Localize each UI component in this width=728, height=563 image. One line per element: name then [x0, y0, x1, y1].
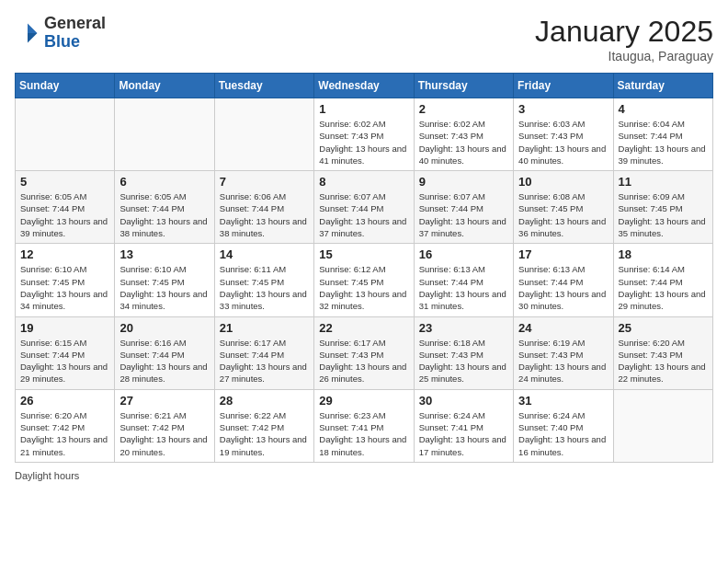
calendar-cell: 8Sunrise: 6:07 AMSunset: 7:44 PMDaylight… — [314, 171, 414, 244]
calendar-cell: 30Sunrise: 6:24 AMSunset: 7:41 PMDayligh… — [414, 389, 513, 462]
title-block: January 2025 Itaugua, Paraguay — [535, 15, 713, 63]
month-title: January 2025 — [535, 15, 713, 49]
svg-marker-1 — [28, 33, 38, 43]
calendar-cell: 31Sunrise: 6:24 AMSunset: 7:40 PMDayligh… — [514, 389, 613, 462]
day-number: 7 — [220, 175, 309, 189]
day-number: 2 — [419, 102, 508, 116]
day-info: Sunrise: 6:02 AMSunset: 7:43 PMDaylight:… — [319, 118, 408, 167]
day-info: Sunrise: 6:09 AMSunset: 7:45 PMDaylight:… — [619, 190, 708, 239]
day-number: 18 — [619, 247, 708, 261]
daylight-label: Daylight hours — [15, 470, 79, 481]
calendar-cell — [16, 98, 115, 171]
page-header: General Blue January 2025 Itaugua, Parag… — [15, 15, 713, 63]
calendar-cell: 21Sunrise: 6:17 AMSunset: 7:44 PMDayligh… — [214, 316, 313, 389]
day-number: 20 — [119, 321, 209, 335]
calendar-cell: 16Sunrise: 6:13 AMSunset: 7:44 PMDayligh… — [414, 244, 513, 316]
day-number: 15 — [319, 247, 408, 261]
calendar-cell: 12Sunrise: 6:10 AMSunset: 7:45 PMDayligh… — [16, 244, 115, 316]
calendar-cell: 18Sunrise: 6:14 AMSunset: 7:44 PMDayligh… — [613, 244, 712, 316]
calendar-cell: 26Sunrise: 6:20 AMSunset: 7:42 PMDayligh… — [16, 389, 115, 462]
calendar-cell: 28Sunrise: 6:22 AMSunset: 7:42 PMDayligh… — [214, 389, 313, 462]
day-number: 23 — [419, 321, 508, 335]
calendar-cell: 6Sunrise: 6:05 AMSunset: 7:44 PMDaylight… — [115, 171, 214, 244]
day-number: 19 — [20, 321, 109, 335]
day-number: 22 — [319, 321, 408, 335]
day-number: 10 — [518, 175, 608, 189]
day-info: Sunrise: 6:05 AMSunset: 7:44 PMDaylight:… — [20, 190, 109, 239]
calendar-cell: 13Sunrise: 6:10 AMSunset: 7:45 PMDayligh… — [115, 244, 214, 316]
calendar-week-row: 19Sunrise: 6:15 AMSunset: 7:44 PMDayligh… — [16, 316, 713, 389]
calendar-cell — [613, 389, 712, 462]
day-info: Sunrise: 6:19 AMSunset: 7:43 PMDaylight:… — [518, 337, 608, 385]
day-number: 30 — [419, 394, 508, 408]
day-info: Sunrise: 6:13 AMSunset: 7:44 PMDaylight:… — [518, 263, 608, 312]
calendar-week-row: 5Sunrise: 6:05 AMSunset: 7:44 PMDaylight… — [16, 171, 713, 244]
day-info: Sunrise: 6:17 AMSunset: 7:43 PMDaylight:… — [319, 337, 408, 385]
logo-text: General Blue — [44, 15, 106, 52]
calendar-cell: 3Sunrise: 6:03 AMSunset: 7:43 PMDaylight… — [514, 98, 613, 171]
day-info: Sunrise: 6:22 AMSunset: 7:42 PMDaylight:… — [220, 409, 309, 458]
calendar-cell: 11Sunrise: 6:09 AMSunset: 7:45 PMDayligh… — [613, 171, 712, 244]
day-info: Sunrise: 6:20 AMSunset: 7:42 PMDaylight:… — [20, 409, 109, 458]
day-number: 21 — [220, 321, 309, 335]
calendar-header-row: SundayMondayTuesdayWednesdayThursdayFrid… — [16, 74, 713, 98]
calendar-week-row: 26Sunrise: 6:20 AMSunset: 7:42 PMDayligh… — [16, 389, 713, 462]
day-info: Sunrise: 6:13 AMSunset: 7:44 PMDaylight:… — [419, 263, 508, 312]
day-number: 28 — [220, 394, 309, 408]
calendar-cell: 10Sunrise: 6:08 AMSunset: 7:45 PMDayligh… — [514, 171, 613, 244]
calendar-cell: 2Sunrise: 6:02 AMSunset: 7:43 PMDaylight… — [414, 98, 513, 171]
day-number: 14 — [220, 247, 309, 261]
day-number: 3 — [518, 102, 608, 116]
calendar-cell: 14Sunrise: 6:11 AMSunset: 7:45 PMDayligh… — [214, 244, 313, 316]
day-info: Sunrise: 6:18 AMSunset: 7:43 PMDaylight:… — [419, 337, 508, 385]
day-info: Sunrise: 6:23 AMSunset: 7:41 PMDaylight:… — [319, 409, 408, 458]
logo-icon — [15, 20, 40, 46]
calendar-cell — [214, 98, 313, 171]
day-number: 9 — [419, 175, 508, 189]
day-number: 31 — [518, 394, 608, 408]
calendar-day-header: Wednesday — [314, 74, 414, 98]
calendar-cell: 23Sunrise: 6:18 AMSunset: 7:43 PMDayligh… — [414, 316, 513, 389]
calendar-cell: 20Sunrise: 6:16 AMSunset: 7:44 PMDayligh… — [115, 316, 214, 389]
calendar-week-row: 12Sunrise: 6:10 AMSunset: 7:45 PMDayligh… — [16, 244, 713, 316]
calendar-cell: 5Sunrise: 6:05 AMSunset: 7:44 PMDaylight… — [16, 171, 115, 244]
day-info: Sunrise: 6:08 AMSunset: 7:45 PMDaylight:… — [518, 190, 608, 239]
logo: General Blue — [15, 15, 106, 52]
day-number: 25 — [619, 321, 708, 335]
day-info: Sunrise: 6:02 AMSunset: 7:43 PMDaylight:… — [419, 118, 508, 167]
calendar-cell: 9Sunrise: 6:07 AMSunset: 7:44 PMDaylight… — [414, 171, 513, 244]
day-number: 29 — [319, 394, 408, 408]
day-info: Sunrise: 6:07 AMSunset: 7:44 PMDaylight:… — [319, 190, 408, 239]
calendar-cell — [115, 98, 214, 171]
location: Itaugua, Paraguay — [535, 49, 713, 63]
day-number: 13 — [119, 247, 209, 261]
day-number: 11 — [619, 175, 708, 189]
day-info: Sunrise: 6:20 AMSunset: 7:43 PMDaylight:… — [619, 337, 708, 385]
day-number: 4 — [619, 102, 708, 116]
calendar-day-header: Tuesday — [214, 74, 313, 98]
footer: Daylight hours — [15, 470, 713, 481]
day-info: Sunrise: 6:16 AMSunset: 7:44 PMDaylight:… — [119, 337, 209, 385]
day-info: Sunrise: 6:07 AMSunset: 7:44 PMDaylight:… — [419, 190, 508, 239]
day-number: 12 — [20, 247, 109, 261]
day-info: Sunrise: 6:21 AMSunset: 7:42 PMDaylight:… — [119, 409, 209, 458]
day-number: 27 — [119, 394, 209, 408]
calendar-table: SundayMondayTuesdayWednesdayThursdayFrid… — [15, 73, 713, 463]
calendar-cell: 19Sunrise: 6:15 AMSunset: 7:44 PMDayligh… — [16, 316, 115, 389]
day-info: Sunrise: 6:03 AMSunset: 7:43 PMDaylight:… — [518, 118, 608, 167]
calendar-day-header: Friday — [514, 74, 613, 98]
calendar-day-header: Sunday — [16, 74, 115, 98]
calendar-cell: 4Sunrise: 6:04 AMSunset: 7:44 PMDaylight… — [613, 98, 712, 171]
day-number: 17 — [518, 247, 608, 261]
day-info: Sunrise: 6:15 AMSunset: 7:44 PMDaylight:… — [20, 337, 109, 385]
calendar-day-header: Saturday — [613, 74, 712, 98]
calendar-week-row: 1Sunrise: 6:02 AMSunset: 7:43 PMDaylight… — [16, 98, 713, 171]
day-info: Sunrise: 6:11 AMSunset: 7:45 PMDaylight:… — [220, 263, 309, 312]
calendar-cell: 27Sunrise: 6:21 AMSunset: 7:42 PMDayligh… — [115, 389, 214, 462]
day-info: Sunrise: 6:10 AMSunset: 7:45 PMDaylight:… — [119, 263, 209, 312]
day-info: Sunrise: 6:06 AMSunset: 7:44 PMDaylight:… — [220, 190, 309, 239]
calendar-cell: 29Sunrise: 6:23 AMSunset: 7:41 PMDayligh… — [314, 389, 414, 462]
day-info: Sunrise: 6:04 AMSunset: 7:44 PMDaylight:… — [619, 118, 708, 167]
day-info: Sunrise: 6:14 AMSunset: 7:44 PMDaylight:… — [619, 263, 708, 312]
calendar-day-header: Thursday — [414, 74, 513, 98]
